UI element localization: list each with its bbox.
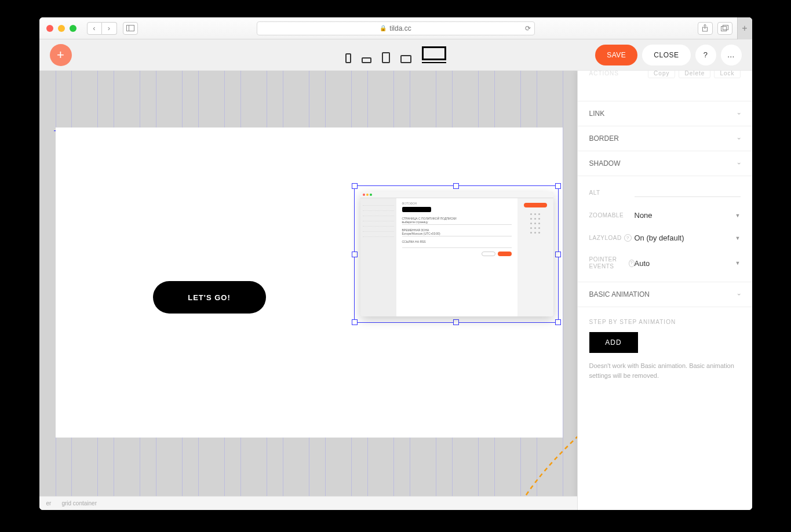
action-copy-button[interactable]: Copy (648, 71, 675, 78)
properties-panel: ACTIONS Copy Delete Lock LINK› BORDER› S… (577, 71, 752, 510)
canvas-area[interactable]: + LET'S GO! (39, 71, 752, 510)
share-icon[interactable] (698, 22, 713, 35)
maximize-window-icon[interactable] (70, 25, 76, 32)
accordion-border[interactable]: BORDER› (578, 126, 752, 151)
svg-rect-5 (723, 25, 728, 30)
lazyload-select[interactable]: On (by default)▼ (635, 234, 741, 242)
save-button[interactable]: SAVE (595, 45, 637, 65)
url-text: tilda.cc (389, 24, 411, 32)
actions-label: ACTIONS (589, 71, 619, 76)
zoomable-select[interactable]: None▼ (635, 211, 741, 220)
zoomable-label: ZOOMABLE (589, 212, 635, 218)
chevron-down-icon: › (736, 162, 743, 165)
svg-rect-4 (721, 27, 727, 31)
device-tablet-icon[interactable] (382, 52, 390, 63)
alt-input[interactable] (635, 188, 741, 197)
lock-icon: 🔒 (380, 25, 387, 31)
help-icon[interactable]: ? (624, 234, 632, 242)
chevron-down-icon: › (736, 137, 743, 140)
resize-handle-mr[interactable] (555, 252, 561, 257)
pointer-events-select[interactable]: Auto▼ (635, 259, 741, 268)
help-icon[interactable]: ? (629, 260, 635, 267)
forward-button[interactable]: › (102, 22, 117, 35)
action-lock-button[interactable]: Lock (714, 71, 740, 78)
device-phone-icon[interactable] (345, 53, 351, 63)
resize-handle-bl[interactable] (352, 319, 358, 325)
reload-icon[interactable]: ⟳ (525, 24, 531, 32)
alt-label: ALT (589, 190, 635, 196)
device-desktop-icon[interactable] (422, 46, 446, 63)
browser-chrome: ‹ › 🔒 tilda.cc ⟳ + (39, 17, 752, 39)
action-delete-button[interactable]: Delete (679, 71, 710, 78)
accordion-link[interactable]: LINK› (578, 101, 752, 126)
chevron-down-icon: › (736, 293, 743, 296)
sidebar-toggle-icon[interactable] (123, 22, 138, 35)
resize-handle-br[interactable] (555, 319, 561, 325)
inner-upload-button (402, 207, 431, 212)
breadcrumb-item[interactable]: er (46, 500, 52, 507)
new-tab-button[interactable]: + (737, 17, 752, 39)
lazyload-label: LAZYLOAD ? (589, 234, 635, 242)
browser-window: ‹ › 🔒 tilda.cc ⟳ + + (39, 17, 752, 510)
dropdown-icon: ▼ (735, 260, 741, 266)
resize-handle-bm[interactable] (453, 319, 459, 325)
svg-rect-0 (126, 25, 134, 31)
step-animation-title: STEP BY STEP ANIMATION (578, 307, 752, 332)
help-button[interactable]: ? (695, 45, 716, 65)
lets-go-button[interactable]: LET'S GO! (153, 281, 266, 314)
app-toolbar: + SAVE CLOSE ? … (39, 39, 752, 71)
selected-element[interactable]: ФОТОФОН СТРАНИЦА С ПОЛИТИКОЙ ПОДПИСКИвыб… (354, 185, 559, 323)
chevron-down-icon: › (736, 112, 743, 115)
close-window-icon[interactable] (46, 25, 53, 32)
tabs-icon[interactable] (717, 22, 732, 35)
device-phone-landscape-icon[interactable] (362, 57, 371, 63)
minimize-window-icon[interactable] (58, 25, 65, 32)
add-block-button[interactable]: + (50, 44, 72, 66)
more-button[interactable]: … (721, 45, 742, 65)
address-bar[interactable]: 🔒 tilda.cc ⟳ (257, 21, 535, 35)
resize-handle-tm[interactable] (453, 183, 459, 189)
close-button[interactable]: CLOSE (642, 45, 690, 65)
footer-breadcrumb: er grid container (39, 496, 577, 510)
pointer-events-label: POINTER EVENTS ? (589, 256, 635, 270)
resize-handle-ml[interactable] (352, 252, 358, 257)
device-tablet-landscape-icon[interactable] (400, 55, 411, 63)
accordion-basic-animation[interactable]: BASIC ANIMATION› (578, 282, 752, 307)
resize-handle-tr[interactable] (555, 183, 561, 189)
step-animation-note: Doesn't work with Basic animation. Basic… (578, 361, 752, 392)
resize-handle-tl[interactable] (352, 183, 358, 189)
accordion-shadow[interactable]: SHADOW› (578, 151, 752, 176)
back-button[interactable]: ‹ (87, 22, 102, 35)
breadcrumb-item[interactable]: grid container (61, 500, 97, 507)
placed-image: ФОТОФОН СТРАНИЦА С ПОЛИТИКОЙ ПОДПИСКИвыб… (360, 192, 553, 316)
dropdown-icon: ▼ (735, 235, 741, 241)
nav-buttons: ‹ › (87, 22, 117, 35)
add-animation-button[interactable]: ADD (589, 332, 638, 353)
traffic-lights (46, 25, 76, 32)
dropdown-icon: ▼ (735, 213, 741, 218)
device-preview-row (345, 46, 446, 63)
